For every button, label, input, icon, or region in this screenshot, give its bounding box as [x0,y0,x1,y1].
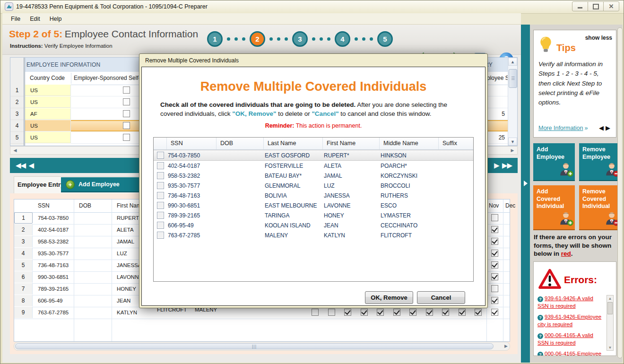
month-checkbox[interactable] [328,309,335,316]
nov-checkbox[interactable] [491,214,498,221]
scroll-right-arrow[interactable]: ▶ [509,147,516,154]
step-circle-5[interactable]: 5 [377,31,393,47]
nov-checkbox[interactable] [491,273,498,280]
ssn-cell[interactable]: 789-39-2165 [38,283,74,295]
step-circle-4[interactable]: 4 [335,31,350,47]
dob-cell[interactable] [79,248,112,259]
employee-entry-row[interactable]: 9763-67-2785KATLYN [14,307,510,319]
dob-cell[interactable] [79,295,112,306]
step-circle-2[interactable]: 2 [250,31,265,47]
country-code-cell[interactable]: US [25,85,71,96]
scroll-right-arrow[interactable]: ▶ [504,344,508,348]
dob-cell[interactable] [79,236,112,247]
month-checkbox[interactable] [491,309,498,316]
vertical-scrollbar[interactable]: ▲ ☰ ▼ [508,58,517,146]
ssn-cell[interactable]: 763-67-2785 [38,307,74,318]
add-covered-individual-button[interactable]: Add Covered Individual [533,185,575,230]
coverage-checkbox[interactable] [123,110,130,117]
menu-edit[interactable]: Edit [25,14,45,24]
close-button[interactable]: ✕ [603,1,619,11]
horizontal-scrollbar-bottom[interactable]: ||| ▶ [14,342,510,351]
country-code-cell[interactable]: US [25,96,71,108]
coverage-checkbox[interactable] [123,98,130,105]
scroll-down-arrow[interactable]: ▼ [607,345,613,350]
covered-individual-row[interactable]: 935-30-7577GLENMORALLUZBROCCOLI [154,181,473,191]
ssn-cell[interactable]: 958-53-2382 [38,236,74,247]
scroll-left-arrow[interactable]: ◀ [11,147,19,154]
minimize-button[interactable] [572,1,588,11]
dob-cell[interactable] [79,224,112,235]
ssn-cell[interactable]: 754-03-7850 [38,212,74,224]
scroll-up-arrow[interactable]: ▲ [607,295,613,301]
covered-individual-row[interactable]: 606-95-49KOOLAN ISLANDJEANCECCHINATO [154,220,473,230]
ssn-cell[interactable]: 402-54-0187 [38,224,74,235]
month-checkbox[interactable] [377,309,384,316]
select-checkbox[interactable] [157,202,164,209]
navigate-first-previous[interactable]: ◀◀ ◀ [16,161,34,170]
select-checkbox[interactable] [157,162,164,169]
step-circle-3[interactable]: 3 [292,31,308,47]
scrollbar-thumb[interactable]: ☰ [509,69,517,88]
month-checkbox[interactable] [393,309,400,316]
month-checkbox[interactable] [312,309,319,316]
country-code-cell[interactable]: US [25,120,71,131]
select-checkbox[interactable] [157,182,164,189]
covered-individual-row[interactable]: 958-53-2382BATEAU BAY*JAMALKORCZYNSKI [154,171,473,181]
error-link[interactable]: 939-61-9426-Employee city is required [537,314,601,327]
month-checkbox[interactable] [475,309,482,316]
remove-employee-button[interactable]: Remove Employee [579,143,621,181]
covered-individual-row[interactable]: 754-03-7850EAST GOSFORDRUPERT*HINKSON [154,150,473,161]
dob-cell[interactable] [79,271,112,283]
cancel-button[interactable]: Cancel [417,291,465,304]
dob-cell[interactable] [79,307,112,318]
covered-individual-row[interactable]: 736-48-7163BOLIVIAJANESSARUTHERS [154,191,473,200]
select-checkbox[interactable] [157,152,164,159]
scroll-down-arrow[interactable]: ▼ [508,138,517,146]
maximize-button[interactable] [588,1,604,11]
month-checkbox[interactable] [442,309,449,316]
month-checkbox[interactable] [344,309,351,316]
sidebar-scrollbar[interactable] [617,27,623,358]
expand-arrow-icon[interactable] [524,181,528,186]
menu-help[interactable]: Help [45,14,67,24]
dob-cell[interactable] [79,212,112,224]
add-employee-inline-button[interactable]: + Add Employee [61,177,144,192]
country-code-cell[interactable]: US [25,132,71,143]
nov-checkbox[interactable] [491,250,498,257]
covered-individual-row[interactable]: 402-54-0187FOSTERVILLEALETAPOARCH* [154,161,473,171]
ok-remove-button[interactable]: OK, Remove [365,291,413,304]
coverage-checkbox[interactable] [123,87,130,94]
country-code-cell[interactable]: AF [25,108,71,120]
nov-checkbox[interactable] [491,297,498,304]
month-checkbox[interactable] [426,309,433,316]
covered-individual-row[interactable]: 789-39-2165TARINGAHONEYLYMASTER [154,210,473,220]
coverage-checkbox[interactable] [123,122,130,129]
month-checkbox[interactable] [459,309,466,316]
select-checkbox[interactable] [157,222,164,229]
show-less-link[interactable]: show less [585,35,612,41]
navigate-next-last[interactable]: ▶ ▶▶ [494,161,512,170]
covered-individual-row[interactable]: 763-67-2785MALENYKATLYNFLITCROFT [154,230,473,240]
coverage-checkbox[interactable] [123,134,130,141]
error-link[interactable]: 000-06-4165-Employee [545,351,601,356]
errors-scrollbar[interactable]: ▲ ▼ [607,295,614,351]
ssn-cell[interactable]: 990-30-6851 [38,271,74,283]
ssn-cell[interactable]: 736-48-7163 [38,260,74,271]
nov-checkbox[interactable] [491,261,498,269]
menu-file[interactable]: File [6,14,25,24]
select-checkbox[interactable] [157,192,164,199]
error-link[interactable]: 939-61-9426-A valid SSN is required [537,295,593,309]
month-checkbox[interactable] [409,309,416,316]
scrollbar-thumb[interactable] [607,302,613,314]
add-employee-button[interactable]: Add Employee [533,143,575,181]
nov-checkbox[interactable] [491,285,498,292]
step-circle-1[interactable]: 1 [207,31,223,47]
select-checkbox[interactable] [157,212,164,219]
tips-prev-next-arrows[interactable]: ◀▶ [599,124,612,131]
covered-individual-row[interactable]: 990-30-6851EAST MELBOURNELAVONNEESCO [154,200,473,210]
nov-checkbox[interactable] [491,238,498,245]
month-checkbox[interactable] [361,309,368,316]
error-link[interactable]: 000-06-4165-A valid SSN is required [537,332,593,346]
select-checkbox[interactable] [157,232,164,239]
scroll-up-arrow[interactable]: ▲ [508,58,517,66]
